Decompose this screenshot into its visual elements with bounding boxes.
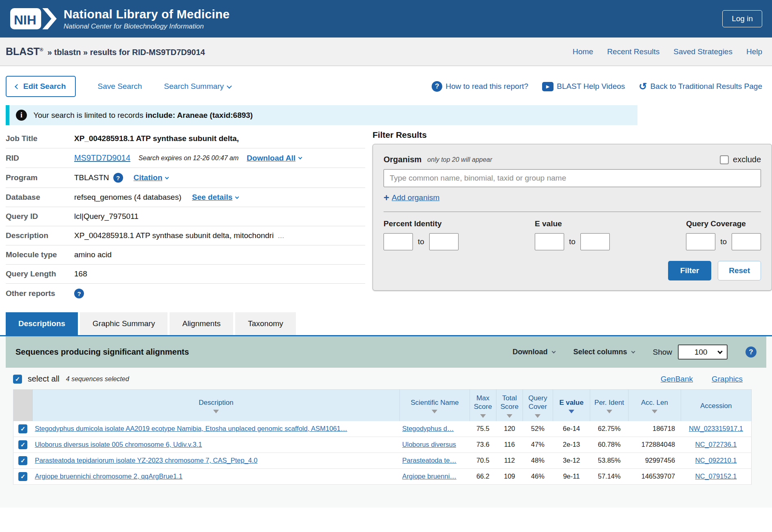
query-coverage-min-input[interactable] [686, 233, 715, 250]
login-button[interactable]: Log in [722, 10, 762, 27]
search-limit-notice: i Your search is limited to records incl… [6, 105, 637, 125]
header-checkbox-cell [13, 390, 33, 421]
save-search-link[interactable]: Save Search [98, 82, 142, 91]
how-to-read-link[interactable]: ? How to read this report? [432, 81, 528, 92]
citation-link[interactable]: Citation [134, 173, 169, 182]
rid-row: RID MS9TD7D9014 Search expires on 12-26 … [6, 148, 365, 168]
accession-link[interactable]: NW_023315917.1 [689, 425, 743, 432]
nav-saved-strategies[interactable]: Saved Strategies [673, 47, 732, 56]
database-value: refseq_genomes (4 databases) [74, 193, 181, 202]
col-header-accession[interactable]: Accession [681, 390, 751, 421]
see-details-link[interactable]: See details [192, 193, 238, 202]
add-organism-link[interactable]: + Add organism [384, 192, 439, 203]
query-id-row: Query ID lcl|Query_7975011 [6, 207, 365, 226]
blast-help-videos-link[interactable]: ▶ BLAST Help Videos [542, 82, 625, 91]
accession-link[interactable]: NC_079152.1 [695, 472, 737, 480]
col-header-max-score[interactable]: Max Score [470, 390, 496, 421]
exclude-label: exclude [733, 155, 761, 164]
query-coverage-group: Query Coverage to [686, 219, 761, 250]
job-title-value: XP_004285918.1 ATP synthase subunit delt… [74, 134, 239, 143]
scientific-name-link[interactable]: Uloborus diversus [402, 441, 456, 448]
query-cover-cell: 46% [523, 468, 553, 484]
nlm-logo[interactable]: NIH National Library of Medicine Nationa… [10, 6, 229, 31]
max-score-cell: 75.5 [470, 421, 496, 437]
max-score-cell: 70.5 [470, 453, 496, 468]
select-columns-menu[interactable]: Select columns [573, 348, 635, 356]
download-all-link[interactable]: Download All [247, 154, 302, 163]
organism-input[interactable] [384, 169, 761, 187]
query-id-value: lcl|Query_7975011 [74, 212, 139, 221]
scientific-name-link[interactable]: Stegodyphus d… [402, 425, 454, 432]
nav-recent-results[interactable]: Recent Results [607, 47, 660, 56]
acc-len-cell: 146539707 [629, 468, 681, 484]
description-link[interactable]: Uloborus diversus isolate 005 chromosome… [35, 441, 202, 448]
tab-alignments[interactable]: Alignments [170, 312, 233, 335]
question-circle-icon[interactable]: ? [113, 173, 123, 183]
reset-button[interactable]: Reset [718, 261, 761, 280]
percent-identity-min-input[interactable] [384, 233, 413, 250]
evalue-max-input[interactable] [580, 233, 610, 250]
exclude-checkbox[interactable] [720, 155, 729, 164]
row-checkbox[interactable] [18, 472, 27, 481]
breadcrumb: BLAST® » tblastn » results for RID-MS9TD… [6, 46, 205, 57]
percent-identity-max-input[interactable] [429, 233, 459, 250]
chevron-down-icon [552, 349, 556, 353]
nav-help[interactable]: Help [746, 47, 762, 56]
rid-link[interactable]: MS9TD7D9014 [74, 153, 130, 163]
job-details: Job Title XP_004285918.1 ATP synthase su… [6, 129, 365, 303]
top-nav: Home Recent Results Saved Strategies Hel… [573, 47, 762, 56]
description-value: XP_004285918.1 ATP synthase subunit delt… [74, 231, 274, 240]
col-header-description[interactable]: Description [32, 390, 399, 421]
tab-graphic-summary[interactable]: Graphic Summary [80, 312, 168, 335]
sort-down-icon [213, 410, 219, 413]
query-coverage-max-input[interactable] [732, 233, 761, 250]
blast-home-link[interactable]: BLAST® [6, 46, 43, 57]
accession-link[interactable]: NC_092210.1 [695, 457, 737, 464]
help-icon[interactable]: ? [746, 347, 757, 358]
back-to-traditional-link[interactable]: ↺ Back to Traditional Results Page [639, 82, 762, 91]
col-header-total-score[interactable]: Total Score [496, 390, 523, 421]
molecule-type-value: amino acid [74, 250, 112, 259]
plus-icon: + [384, 192, 389, 203]
col-header-acc-len[interactable]: Acc. Len [629, 390, 681, 421]
row-checkbox[interactable] [18, 424, 27, 433]
graphics-link[interactable]: Graphics [712, 375, 743, 384]
per-ident-cell: 60.78% [590, 437, 629, 453]
query-cover-cell: 47% [523, 437, 553, 453]
program-row: Program TBLASTN ? Citation [6, 168, 365, 188]
scientific-name-link[interactable]: Parasteatoda te… [402, 457, 457, 464]
evalue-min-input[interactable] [535, 233, 564, 250]
acc-len-cell: 92997456 [629, 453, 681, 468]
question-circle-icon[interactable]: ? [74, 289, 84, 298]
search-summary-link[interactable]: Search Summary [164, 82, 231, 91]
filter-button[interactable]: Filter [668, 261, 711, 280]
genbank-link[interactable]: GenBank [661, 375, 693, 384]
max-score-cell: 73.6 [470, 437, 496, 453]
description-link[interactable]: Parasteatoda tepidariorum isolate YZ-202… [35, 457, 257, 464]
col-header-scientific-name[interactable]: Scientific Name [400, 390, 470, 421]
other-reports-row: Other reports ? [6, 284, 365, 303]
site-subtitle: National Center for Biotechnology Inform… [64, 22, 229, 31]
select-all-checkbox[interactable] [13, 375, 22, 384]
nav-home[interactable]: Home [573, 47, 593, 56]
col-header-e-value[interactable]: E value [553, 390, 590, 421]
col-header-per-ident[interactable]: Per. Ident [590, 390, 629, 421]
show-per-page-select[interactable]: 100 [678, 344, 728, 360]
download-menu[interactable]: Download [512, 348, 555, 356]
edit-search-button[interactable]: Edit Search [6, 76, 76, 97]
query-length-row: Query Length 168 [6, 265, 365, 284]
sort-down-icon [507, 414, 512, 418]
description-link[interactable]: Stegodyphus dumicola isolate AA2019 ecot… [35, 425, 347, 432]
tab-descriptions[interactable]: Descriptions [6, 312, 78, 335]
scientific-name-link[interactable]: Argiope bruenni… [402, 472, 457, 480]
row-checkbox[interactable] [18, 456, 27, 465]
accession-link[interactable]: NC_072736.1 [695, 441, 737, 448]
col-header-query-cover[interactable]: Query Cover [523, 390, 553, 421]
row-checkbox[interactable] [18, 440, 27, 449]
per-ident-cell: 53.85% [590, 453, 629, 468]
svg-text:NIH: NIH [14, 13, 36, 27]
description-link[interactable]: Argiope bruennichi chromosome 2, qqArgBr… [35, 472, 182, 480]
query-cover-cell: 52% [523, 421, 553, 437]
tab-taxonomy[interactable]: Taxonomy [235, 312, 296, 335]
table-header-row: Description Scientific Name Max Score To… [13, 390, 752, 421]
